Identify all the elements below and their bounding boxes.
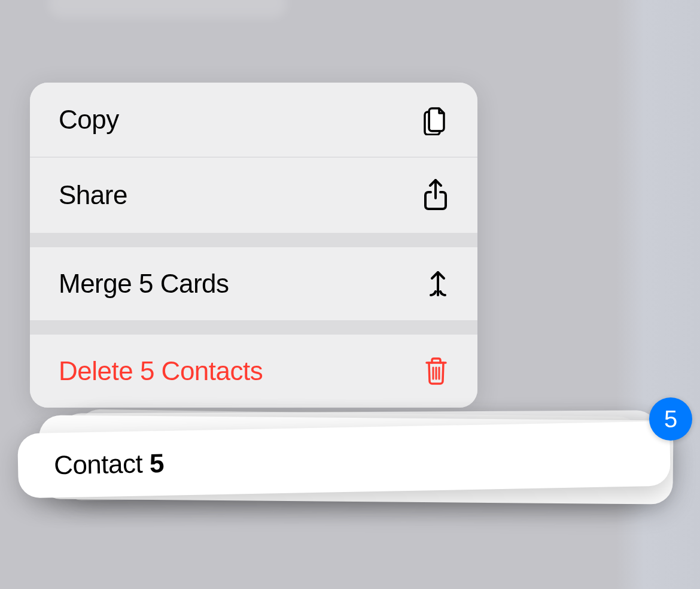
merge-menu-item[interactable]: Merge 5 Cards [30, 247, 477, 320]
merge-icon [427, 270, 449, 297]
share-icon [422, 179, 449, 211]
trash-icon [424, 357, 449, 385]
blurred-background-element [48, 0, 287, 18]
copy-label: Copy [59, 105, 119, 135]
copy-icon [420, 104, 449, 135]
merge-label: Merge 5 Cards [59, 269, 229, 299]
contact-card-front[interactable]: Contact 5 [17, 421, 671, 499]
menu-section-divider [30, 233, 477, 247]
share-menu-item[interactable]: Share [30, 157, 477, 233]
delete-menu-item[interactable]: Delete 5 Contacts [30, 335, 477, 408]
selection-count-badge: 5 [649, 397, 692, 441]
badge-count: 5 [664, 406, 677, 433]
contact-name: Contact 5 [54, 448, 165, 481]
copy-menu-item[interactable]: Copy [30, 83, 477, 157]
menu-section-divider [30, 320, 477, 335]
contact-name-bold: 5 [149, 448, 164, 478]
delete-label: Delete 5 Contacts [59, 356, 263, 386]
context-menu: Copy Share Merge 5 Cards [30, 83, 477, 408]
share-label: Share [59, 180, 127, 210]
contact-card-stack[interactable]: Contact 5 5 [15, 406, 685, 526]
contact-name-prefix: Contact [54, 448, 150, 479]
